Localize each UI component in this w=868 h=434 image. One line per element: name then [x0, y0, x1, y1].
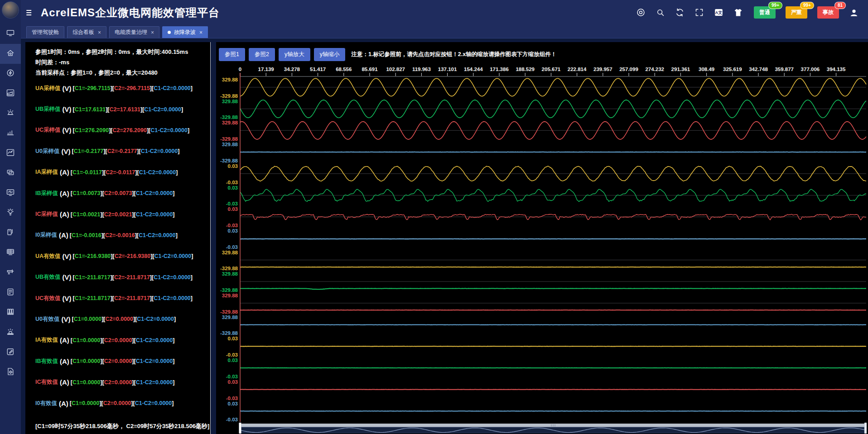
hamburger-menu-icon[interactable]: [24, 8, 34, 18]
measurement-rows: UA采样值(V)[ C1=-296.7115 ][ C2=-296.7115 ]…: [35, 78, 210, 414]
sidebar-item-bulb[interactable]: [0, 203, 21, 223]
row-label: UA有效值: [35, 253, 61, 260]
row-unit: (A): [60, 336, 69, 344]
y-min-label: -0.03: [226, 374, 238, 379]
alarm-count-badge: 99+: [768, 2, 782, 9]
y-max-label: 329.88: [222, 271, 238, 277]
waveform-chart[interactable]: 017.13934.27851.41768.55685.691102.82711…: [216, 42, 868, 434]
tab-label: 故障录波: [174, 29, 196, 36]
tab-电能质量治理[interactable]: 电能质量治理×: [109, 26, 159, 38]
y-min-label: -0.03: [226, 417, 238, 422]
waveform-chart-panel: 参照1参照2y轴放大y轴缩小注意：1.标记参照前，请先点击对应按钮！2.x轴的缩…: [216, 42, 868, 434]
c1-c2-diff: C1-C2=0.0000: [136, 337, 173, 343]
x-tick-label: 325.619: [723, 67, 742, 72]
c1-value: C1=0.0000: [72, 379, 101, 386]
fullscreen-icon[interactable]: [693, 7, 705, 19]
x-tick-label: 188.529: [516, 67, 535, 72]
x-tick-label: 257.099: [619, 67, 638, 72]
x-tick-label: 222.814: [568, 67, 587, 72]
tab-综合看板[interactable]: 综合看板×: [67, 26, 106, 38]
sidebar-item-home[interactable]: [0, 44, 21, 64]
row-unit: (A): [60, 358, 69, 365]
sidebar-item-bar-chart[interactable]: [0, 124, 21, 143]
y-max-label: 329.88: [222, 250, 238, 255]
c1-value: C1=0.0000: [72, 400, 100, 406]
chart-button-y轴放大[interactable]: y轴放大: [279, 48, 310, 61]
sidebar-item-monitor[interactable]: [0, 24, 21, 44]
tab-故障录波[interactable]: 故障录波×: [162, 26, 208, 38]
c1-c2-diff: C1-C2=0.0000: [136, 358, 173, 364]
y-min-label: -0.03: [226, 396, 238, 401]
c1-c2-diff: C1-C2=0.0000: [154, 85, 191, 91]
x-tick-label: 291.361: [671, 67, 690, 72]
archive-icon: [6, 307, 15, 318]
c2-value: C2=17.6131: [110, 106, 140, 113]
sidebar-item-doc-gear[interactable]: [0, 362, 21, 382]
x-tick-label: 239.957: [593, 67, 612, 72]
c1-c2-diff: C1-C2=0.0000: [137, 316, 174, 322]
alarm-button-3[interactable]: 事故81: [817, 6, 839, 19]
datazoom-slider: [239, 423, 867, 434]
sidebar-item-pulse-screen[interactable]: [0, 183, 21, 203]
alarm-count-badge: 99+: [800, 2, 814, 9]
y-max-label: 0.03: [228, 401, 238, 406]
sidebar-item-charger[interactable]: [0, 223, 21, 243]
tab-close-icon[interactable]: ×: [98, 29, 101, 36]
measurement-panel: 参照1时间：0ms，参照2时间：0ms，最大时间:400.15ms 时间差：-m…: [25, 42, 211, 434]
chart-button-参照1[interactable]: 参照1: [219, 48, 245, 61]
theme-icon[interactable]: [732, 7, 744, 19]
beacon-icon: [6, 327, 15, 338]
row-label: UA采样值: [35, 85, 61, 92]
tab-close-icon[interactable]: ×: [151, 29, 154, 36]
page-title: AcrelEMS企业微电网能效管理平台: [41, 5, 220, 20]
translate-icon[interactable]: A文: [713, 7, 724, 19]
x-tick-label: 274.232: [645, 67, 664, 72]
c1-value: C1=-0.0016: [72, 232, 101, 238]
c1-c2-diff: C1-C2=0.0000: [154, 253, 192, 259]
refresh-icon[interactable]: [674, 7, 685, 19]
tab-管理驾驶舱[interactable]: 管理驾驶舱: [26, 26, 64, 38]
sidebar-item-area-chart[interactable]: [0, 84, 21, 104]
alarm-button-label: 普通: [759, 9, 770, 15]
row-unit: (A): [59, 400, 68, 407]
chart-button-y轴缩小[interactable]: y轴缩小: [314, 48, 346, 61]
c1-c2-diff: C1-C2=0.0000: [154, 274, 191, 281]
tab-close-icon[interactable]: ×: [199, 29, 203, 36]
time-diff-info: 时间差：-ms: [35, 57, 210, 67]
y-max-label: 0.03: [228, 228, 238, 234]
alarm-button-1[interactable]: 普通99+: [754, 6, 776, 19]
c1-c2-diff: C1-C2=0.0000: [141, 148, 178, 154]
chart-button-参照2[interactable]: 参照2: [249, 48, 275, 61]
avatar[interactable]: [2, 1, 19, 19]
sidebar-item-cards[interactable]: [0, 163, 21, 183]
c2-value: C2=0.0000: [104, 337, 132, 343]
sidebar-item-grid-panel[interactable]: [0, 243, 21, 263]
sidebar-item-pos-terminal[interactable]: [0, 283, 21, 303]
headset-icon[interactable]: [635, 7, 646, 19]
x-tick-label: 85.691: [362, 67, 378, 72]
series-IC采样值: [240, 215, 866, 220]
x-tick-label: 68.556: [336, 67, 352, 72]
c2-value: C2=0.0021: [104, 211, 132, 218]
sidebar-item-edit[interactable]: [0, 343, 21, 362]
sidebar-item-trend-chart[interactable]: [0, 143, 21, 163]
sidebar-item-energy[interactable]: [0, 64, 21, 84]
alarm-button-2[interactable]: 严重99+: [786, 6, 807, 19]
tab-label: 综合看板: [72, 29, 94, 36]
sidebar-item-beacon[interactable]: [0, 323, 21, 343]
c2-value: C2=0.0073: [104, 190, 132, 196]
user-icon[interactable]: [848, 7, 860, 19]
row-label: UC采样值: [35, 126, 61, 134]
y-max-label: 329.88: [222, 77, 238, 82]
search-icon[interactable]: [654, 7, 666, 19]
y-min-label: -0.03: [226, 244, 238, 250]
sidebar-item-siren[interactable]: [0, 104, 21, 124]
alarm-count-badge: 81: [834, 2, 846, 9]
energy-icon: [6, 68, 15, 79]
row-unit: (V): [61, 315, 70, 323]
row-label: UB有效值: [35, 273, 61, 281]
sidebar-item-pipeline[interactable]: [0, 263, 21, 283]
measurement-row-IC有效值: IC有效值(A)[ C1=0.0000 ][ C2=0.0000 ][ C1-C…: [35, 372, 210, 392]
sidebar-item-archive[interactable]: [0, 303, 21, 323]
c1-value: C1=0.0073: [72, 190, 101, 196]
